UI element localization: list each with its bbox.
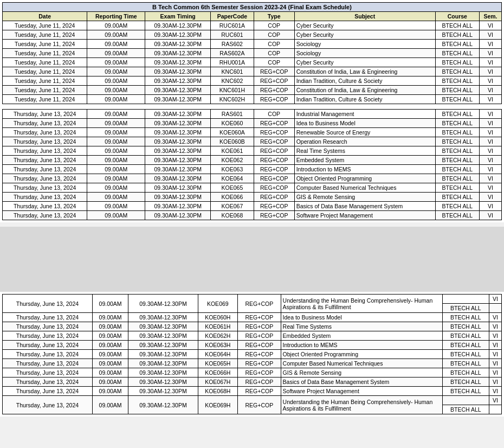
cell-s3-5-7: VI	[489, 350, 502, 359]
cell-s2-6-2: 09.30AM-12.30PM	[145, 165, 211, 174]
cell-7-3: KNC601H	[211, 86, 254, 95]
cell-s3-3-4: REG+COP	[238, 331, 281, 341]
table-row: Thursday, June 13, 202409.00AM09.30AM-12…	[3, 128, 502, 137]
cell-5-4: REG+COP	[254, 67, 294, 76]
cell-s2-6-5: Introduction to MEMS	[294, 165, 435, 174]
cell-s3-6-4: REG+COP	[238, 359, 281, 368]
cell-s3-1-0: Thursday, June 13, 2024	[3, 313, 93, 322]
cell-s2-10-3: KOE067	[211, 202, 254, 211]
cell-6-2: 09.30AM-12.30PM	[145, 76, 211, 86]
cell-s3-5-1: 09.00AM	[92, 350, 128, 359]
cell-s2-3-3: KOE060B	[211, 137, 254, 146]
exam-schedule-table-top: B Tech Common 6th Semester Session 2023-…	[2, 2, 502, 220]
cell-6-4: REG+COP	[254, 76, 294, 86]
cell-s3-1-4: REG+COP	[238, 313, 281, 322]
cell-8-3: KNC602H	[211, 95, 254, 104]
cell-s2-0-7: VI	[479, 110, 501, 119]
cell-1-5: Cyber Security	[294, 30, 435, 40]
cell-s2-7-5: Object Oriented Programming	[294, 174, 435, 183]
cell-s3-9-0: Thursday, June 13, 2024	[3, 387, 93, 396]
cell-s3-10-4: REG+COP	[238, 396, 281, 414]
table-row: Thursday, June 13, 202409.00AM09.30AM-12…	[3, 165, 502, 174]
cell-0-7: VI	[479, 21, 501, 30]
cell-s2-7-2: 09.30AM-12.30PM	[145, 174, 211, 183]
table-title: B Tech Common 6th Semester Session 2023-…	[3, 3, 502, 12]
cell-s3-4-0: Thursday, June 13, 2024	[3, 341, 93, 350]
cell-s3-3-3: KOE062H	[198, 331, 238, 341]
cell-s3-9-7: VI	[489, 387, 502, 396]
cell-6-0: Tuesday, June 11, 2024	[3, 76, 87, 86]
cell-2-3: RAS602	[211, 40, 254, 49]
col-sem: Sem.	[479, 12, 501, 21]
cell-s2-0-5: Industrial Management	[294, 110, 435, 119]
cell-s2-9-7: VI	[479, 193, 501, 202]
cell-s2-1-2: 09.30AM-12.30PM	[145, 119, 211, 128]
cell-4-3: RHU001A	[211, 58, 254, 67]
table-row: Thursday, June 13, 202409.00AM09.30AM-12…	[3, 156, 502, 165]
cell-s2-8-2: 09.30AM-12.30PM	[145, 183, 211, 193]
cell-4-2: 09.30AM-12.30PM	[145, 58, 211, 67]
cell-6-1: 09.00AM	[87, 76, 145, 86]
cell-s3-1-6: BTECH ALL	[442, 313, 489, 322]
cell-s2-4-6: BTECH ALL	[435, 146, 479, 156]
table-row: Thursday, June 13, 202409.00AM09.30AM-12…	[3, 146, 502, 156]
table-row-multiline-top: Thursday, June 13, 202409.00AM09.30AM-12…	[3, 396, 502, 405]
cell-4-0: Tuesday, June 11, 2024	[3, 58, 87, 67]
cell-7-4: REG+COP	[254, 86, 294, 95]
cell-s3-4-1: 09.00AM	[92, 341, 128, 350]
cell-s3-8-2: 09.30AM-12.30PM	[128, 377, 198, 387]
cell-s2-8-6: BTECH ALL	[435, 183, 479, 193]
cell-s2-1-0: Thursday, June 13, 2024	[3, 119, 87, 128]
cell-s2-10-0: Thursday, June 13, 2024	[3, 202, 87, 211]
cell-s3-2-2: 09.30AM-12.30PM	[128, 322, 198, 331]
cell-s3-0-1: 09.00AM	[92, 295, 128, 313]
col-type: Type	[254, 12, 294, 21]
cell-3-4: COP	[254, 49, 294, 58]
cell-s2-10-2: 09.30AM-12.30PM	[145, 202, 211, 211]
cell-s3-0-6-bottom: BTECH ALL	[442, 304, 489, 313]
cell-s3-6-3: KOE065H	[198, 359, 238, 368]
cell-6-6: BTECH ALL	[435, 76, 479, 86]
cell-s3-3-5: Embedded System	[281, 331, 442, 341]
cell-s2-5-1: 09.00AM	[87, 156, 145, 165]
empty-row-cell	[3, 104, 502, 110]
cell-8-1: 09.00AM	[87, 95, 145, 104]
cell-s2-0-0: Thursday, June 13, 2024	[3, 110, 87, 119]
cell-s3-2-0: Thursday, June 13, 2024	[3, 322, 93, 331]
cell-s3-6-5: Computer Based Numerical Techniques	[281, 359, 442, 368]
table-row: Thursday, June 13, 202409.00AM09.30AM-12…	[3, 387, 502, 396]
table-row: Thursday, June 13, 202409.00AM09.30AM-12…	[3, 174, 502, 183]
cell-s2-8-3: KOE065	[211, 183, 254, 193]
cell-s3-7-3: KOE066H	[198, 368, 238, 377]
cell-s2-1-1: 09.00AM	[87, 119, 145, 128]
cell-s2-4-7: VI	[479, 146, 501, 156]
cell-3-0: Tuesday, June 11, 2024	[3, 49, 87, 58]
cell-s2-9-5: GIS & Remote Sensing	[294, 193, 435, 202]
cell-s3-6-6: BTECH ALL	[442, 359, 489, 368]
cell-s2-7-6: BTECH ALL	[435, 174, 479, 183]
cell-s2-5-7: VI	[479, 156, 501, 165]
cell-s2-1-3: KOE060	[211, 119, 254, 128]
cell-3-6: BTECH ALL	[435, 49, 479, 58]
cell-7-6: BTECH ALL	[435, 86, 479, 95]
cell-4-5: Cyber Security	[294, 58, 435, 67]
cell-s3-2-6: BTECH ALL	[442, 322, 489, 331]
cell-s3-4-7: VI	[489, 341, 502, 350]
cell-s2-5-0: Thursday, June 13, 2024	[3, 156, 87, 165]
table-row: Thursday, June 13, 202409.00AM09.30AM-12…	[3, 350, 502, 359]
cell-1-2: 09.30AM-12.30PM	[145, 30, 211, 40]
cell-s3-4-2: 09.30AM-12.30PM	[128, 341, 198, 350]
col-papercode: PaperCode	[211, 12, 254, 21]
cell-s3-1-7: VI	[489, 313, 502, 322]
cell-0-5: Cyber Security	[294, 21, 435, 30]
cell-2-7: VI	[479, 40, 501, 49]
cell-s3-10-3: KOE069H	[198, 396, 238, 414]
cell-0-0: Tuesday, June 11, 2024	[3, 21, 87, 30]
cell-s3-7-1: 09.00AM	[92, 368, 128, 377]
cell-s3-9-3: KOE068H	[198, 387, 238, 396]
cell-s3-2-3: KOE061H	[198, 322, 238, 331]
cell-2-4: COP	[254, 40, 294, 49]
cell-s3-0-3: KOE069	[198, 295, 238, 313]
cell-s2-6-7: VI	[479, 165, 501, 174]
cell-s3-5-5: Object Oriented Programming	[281, 350, 442, 359]
